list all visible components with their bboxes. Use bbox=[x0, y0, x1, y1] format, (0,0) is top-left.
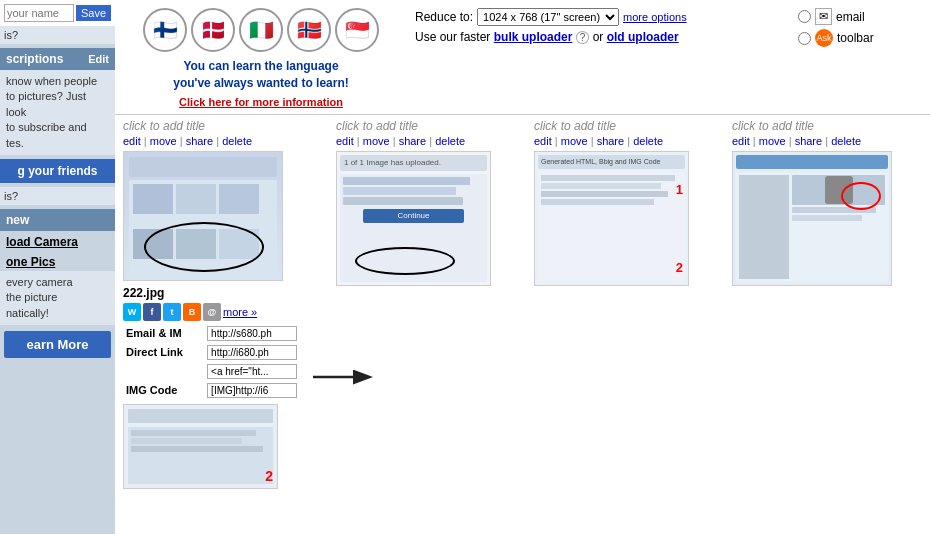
learn-more-label: earn More bbox=[26, 337, 88, 352]
gallery-col-4: click to add title edit | move | share |… bbox=[732, 119, 922, 530]
email-label: email bbox=[836, 10, 865, 24]
camera-link[interactable]: load Camera bbox=[0, 231, 115, 253]
share-blogger-icon[interactable]: B bbox=[183, 303, 201, 321]
phone-link[interactable]: one Pics bbox=[0, 253, 115, 271]
new-header: new bbox=[0, 209, 115, 231]
col4-actions: edit | move | share | delete bbox=[732, 135, 922, 147]
col1-edit[interactable]: edit bbox=[123, 135, 141, 147]
col1-actions: edit | move | share | delete bbox=[123, 135, 328, 147]
img-code-row: IMG Code bbox=[123, 381, 328, 400]
img-code-input[interactable] bbox=[207, 383, 297, 398]
col2-title: click to add title bbox=[336, 119, 526, 133]
question2: is? bbox=[0, 187, 115, 205]
col4-delete[interactable]: delete bbox=[831, 135, 861, 147]
direct-link-row: Direct Link bbox=[123, 343, 328, 362]
col1-share[interactable]: share bbox=[186, 135, 214, 147]
col4-edit[interactable]: edit bbox=[732, 135, 750, 147]
col1-thumbnail[interactable] bbox=[123, 151, 283, 281]
reduce-select[interactable]: 1024 x 768 (17" screen) bbox=[477, 8, 619, 26]
subscriptions-header: scriptions Edit bbox=[0, 48, 115, 70]
col2-spacer bbox=[336, 286, 526, 366]
col3-thumbnail[interactable]: Generated HTML, Bbig and IMG Code 1 2 bbox=[534, 151, 689, 286]
reduce-row: Reduce to: 1024 x 768 (17" screen) more … bbox=[415, 8, 780, 26]
flag-singapore: 🇸🇬 bbox=[335, 8, 379, 52]
col1-bottom-thumbnail[interactable]: 2 bbox=[123, 404, 278, 489]
col4-title: click to add title bbox=[732, 119, 922, 133]
new-label: new bbox=[6, 213, 29, 227]
subscriptions-label: scriptions bbox=[6, 52, 63, 66]
col3-edit[interactable]: edit bbox=[534, 135, 552, 147]
col3-actions: edit | move | share | delete bbox=[534, 135, 724, 147]
learn-more-button[interactable]: earn More bbox=[4, 331, 111, 358]
camera-desc: every camerathe picturenatically! bbox=[0, 271, 115, 325]
links-table: Email & IM Direct Link IMG Code bbox=[123, 324, 328, 400]
col3-share[interactable]: share bbox=[597, 135, 625, 147]
html-code-row bbox=[123, 362, 328, 381]
share-twitter-icon[interactable]: t bbox=[163, 303, 181, 321]
gallery-col-1: click to add title edit | move | share |… bbox=[123, 119, 328, 530]
links-container: Email & IM Direct Link IMG Code bbox=[123, 324, 328, 400]
share-windows-icon[interactable]: W bbox=[123, 303, 141, 321]
email-toolbar-section: ✉ email Ask toolbar bbox=[794, 4, 924, 51]
email-im-input[interactable] bbox=[207, 326, 297, 341]
share-icons-row: W f t B @ more » bbox=[123, 303, 328, 321]
gallery-col-3: click to add title edit | move | share |… bbox=[534, 119, 724, 530]
filename: 222.jpg bbox=[123, 286, 328, 300]
col3-delete[interactable]: delete bbox=[633, 135, 663, 147]
col1-move[interactable]: move bbox=[150, 135, 177, 147]
email-icon: ✉ bbox=[815, 8, 832, 25]
gallery-col-2: click to add title edit | move | share |… bbox=[336, 119, 526, 530]
edit-link[interactable]: Edit bbox=[88, 53, 109, 65]
question-mark-badge: ? bbox=[576, 31, 590, 44]
more-options-link[interactable]: more options bbox=[623, 11, 687, 23]
col2-edit[interactable]: edit bbox=[336, 135, 354, 147]
toolbar-radio-row: Ask toolbar bbox=[798, 29, 920, 47]
flag-finland: 🇫🇮 bbox=[143, 8, 187, 52]
sidebar: Save is? scriptions Edit know when peopl… bbox=[0, 0, 115, 534]
col1-title: click to add title bbox=[123, 119, 328, 133]
col4-move[interactable]: move bbox=[759, 135, 786, 147]
email-radio-row: ✉ email bbox=[798, 8, 920, 25]
gallery: click to add title edit | move | share |… bbox=[115, 115, 930, 534]
banner-text: You can learn the language you've always… bbox=[121, 56, 401, 94]
col1-meta: 222.jpg W f t B @ more » bbox=[123, 284, 328, 324]
more-share-link[interactable]: more » bbox=[223, 306, 257, 318]
share-email-icon[interactable]: @ bbox=[203, 303, 221, 321]
bulk-uploader-link[interactable]: bulk uploader bbox=[494, 30, 573, 44]
col2-share[interactable]: share bbox=[399, 135, 427, 147]
reduce-label: Reduce to: bbox=[415, 10, 473, 24]
col3-number2: 2 bbox=[676, 260, 683, 275]
ask-icon: Ask bbox=[815, 29, 833, 47]
col2-delete[interactable]: delete bbox=[435, 135, 465, 147]
html-code-input[interactable] bbox=[207, 364, 297, 379]
upload-section: Reduce to: 1024 x 768 (17" screen) more … bbox=[411, 4, 784, 48]
email-im-row: Email & IM bbox=[123, 324, 328, 343]
old-uploader-link[interactable]: old uploader bbox=[607, 30, 679, 44]
subscription-text: know when peopleto pictures? Just lookto… bbox=[0, 70, 115, 155]
direct-link-input[interactable] bbox=[207, 345, 297, 360]
language-banner[interactable]: 🇫🇮 🇩🇰 🇮🇹 🇳🇴 🇸🇬 You can learn the languag… bbox=[121, 4, 401, 110]
email-radio[interactable] bbox=[798, 10, 811, 23]
banner-click-link[interactable]: Click here for more information bbox=[121, 94, 401, 110]
save-button[interactable]: Save bbox=[76, 5, 111, 21]
toolbar-radio[interactable] bbox=[798, 32, 811, 45]
flags-row: 🇫🇮 🇩🇰 🇮🇹 🇳🇴 🇸🇬 bbox=[121, 4, 401, 56]
share-facebook-icon[interactable]: f bbox=[143, 303, 161, 321]
question1: is? bbox=[0, 26, 115, 44]
img-code-label: IMG Code bbox=[123, 381, 204, 400]
direct-link-label: Direct Link bbox=[123, 343, 204, 362]
col4-oval-annotation bbox=[841, 182, 881, 210]
col3-number1: 1 bbox=[676, 182, 683, 197]
bulk-row: Use our faster bulk uploader ? or old up… bbox=[415, 30, 780, 44]
name-section: Save bbox=[0, 0, 115, 26]
flag-norway: 🇳🇴 bbox=[287, 8, 331, 52]
email-im-label: Email & IM bbox=[123, 324, 204, 343]
col2-move[interactable]: move bbox=[363, 135, 390, 147]
name-input[interactable] bbox=[4, 4, 74, 22]
col2-actions: edit | move | share | delete bbox=[336, 135, 526, 147]
col2-thumbnail[interactable]: 1 of 1 Image has uploaded. Continue bbox=[336, 151, 491, 286]
col3-move[interactable]: move bbox=[561, 135, 588, 147]
col4-thumbnail[interactable] bbox=[732, 151, 892, 286]
col4-share[interactable]: share bbox=[795, 135, 823, 147]
col1-delete[interactable]: delete bbox=[222, 135, 252, 147]
